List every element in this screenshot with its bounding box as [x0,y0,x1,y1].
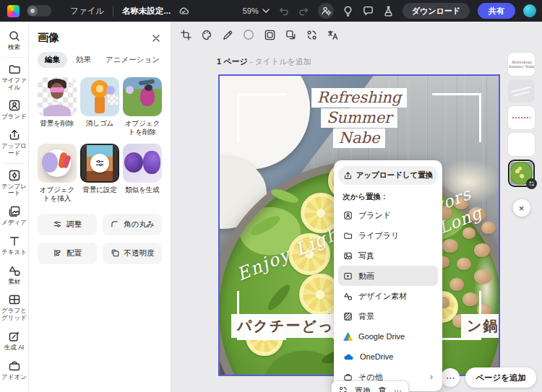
replace-swap-icon[interactable] [338,386,348,392]
opacity-button[interactable]: 不透明度 [103,243,162,264]
sidebar-item-brand[interactable]: ブランド [0,95,29,125]
insert-object-thumbnail [38,144,77,183]
template-icon [8,169,21,182]
sidebar-item-label: アドオン [1,374,28,381]
tool-insert-object[interactable]: オブジェクトを挿入 [38,144,77,203]
trash-icon[interactable] [377,386,387,392]
add-page-button[interactable]: ページを追加 [465,367,536,388]
menu-item-onedrive[interactable]: OneDrive [338,347,438,367]
tool-remove-background[interactable]: 背景を削除 [38,77,77,136]
undo-icon[interactable] [278,5,290,17]
page-label[interactable]: 1 ページ - タイトルを追加 [217,56,311,67]
sidebar-item-label: 生成 AI [1,344,28,352]
express-logo-icon[interactable] [7,5,20,17]
panel-buttons: 調整 角の丸み 配置 不透明度 [38,214,162,264]
upload-icon [8,129,21,141]
google-drive-icon [343,332,353,341]
close-icon: × [519,203,525,214]
sidebar-item-templates[interactable]: テンプレート [0,165,29,202]
generate-similar-thumbnail [123,144,162,183]
caption-left[interactable]: パクチーどっ [231,314,340,338]
menu-item-background[interactable]: 背景 [338,306,438,326]
sidebar-item-addons[interactable]: アドオン [0,356,29,386]
menu-item-video[interactable]: 動画 [338,266,438,286]
tool-label: 消しゴム [86,119,114,128]
menu-item-photos[interactable]: 写真 [338,245,438,266]
toggle-dot-icon [30,9,35,13]
sidebar-item-elements[interactable]: 素材 [0,261,29,290]
thumbnail-caption-text[interactable] [508,106,535,129]
sidebar-item-media[interactable]: メディア [0,201,29,231]
sidebar-item-upload[interactable]: アップロード [0,125,29,162]
sidebar-item-charts-grids[interactable]: グラフとグリッド [0,289,29,326]
redo-icon[interactable] [298,5,310,17]
caption-right[interactable]: ン鍋 [461,314,499,338]
home-toggle[interactable] [27,5,51,17]
translate-icon[interactable] [325,27,340,42]
tab-animation[interactable]: アニメーション [100,52,165,68]
sidebar-item-generative-ai[interactable]: 生成 AI [0,326,29,356]
search-icon [8,30,21,43]
crop-icon[interactable] [178,27,193,42]
thumbnail-photo-selected[interactable] [508,160,535,187]
more-options-button[interactable]: ⋯ [441,368,460,387]
thumbnail-blank[interactable] [508,133,535,156]
page-title-placeholder: タイトルを追加 [255,57,311,66]
tool-eraser[interactable]: 消しゴム [80,77,119,136]
presence-settings-button[interactable] [318,3,334,19]
file-menu[interactable]: ファイル [70,6,104,17]
deselect-button[interactable]: × [513,199,530,217]
sidebar-item-label: メディア [1,219,28,227]
brand-icon [343,211,353,220]
sidebar-item-search[interactable]: 検索 [0,26,29,56]
thumbnail-title-text[interactable]: Refreshing Summer Nabe [508,53,535,76]
tab-edit[interactable]: 編集 [38,52,67,68]
replace-swap-icon[interactable] [304,27,319,42]
more-icon[interactable]: ⋯ [394,386,402,392]
adjust-button[interactable]: 調整 [38,214,97,235]
corner-radius-button[interactable]: 角の丸み [103,214,162,235]
title-line: Refreshing [311,88,407,108]
tab-effects[interactable]: 効果 [70,52,97,68]
set-background-thumbnail [80,144,119,183]
divider [4,163,25,164]
circle-shape-icon[interactable] [241,27,256,42]
share-button[interactable]: 共有 [478,3,515,19]
tips-lightbulb-icon[interactable] [342,5,354,17]
title-line: Summer [321,108,397,128]
thumbnail-script-text[interactable] [508,79,535,103]
close-icon[interactable] [150,32,162,44]
element-thumbnail-rail: Refreshing Summer Nabe × [508,53,535,217]
sidebar-item-my-files[interactable]: マイファイル [0,59,29,96]
tool-remove-object[interactable]: オブジェクトを削除 [123,77,162,136]
sidebar-item-text[interactable]: テキスト [0,231,29,261]
menu-item-library[interactable]: ライブラリ [338,225,438,245]
avatar[interactable] [523,4,536,17]
page-controls: ⋯ ページを追加 [441,367,536,388]
zoom-control[interactable]: 59% [243,6,270,15]
tool-generate-similar[interactable]: 類似を生成 [123,144,162,203]
tool-set-as-background[interactable]: 背景に設定 [80,144,119,203]
remove-object-thumbnail [123,77,162,116]
cloud-sync-icon[interactable] [178,5,189,17]
marker-icon[interactable] [220,27,235,42]
arrange-button[interactable]: 配置 [38,243,97,264]
download-button[interactable]: ダウンロード [403,3,470,19]
frame-icon[interactable] [262,27,277,42]
beta-flask-icon[interactable] [382,5,395,17]
folder-icon [343,231,353,240]
design-title[interactable]: Refreshing Summer Nabe [220,87,499,149]
menu-item-design-elements[interactable]: デザイン素材 [338,286,438,306]
upload-replace-button[interactable]: アップロードして置換 [338,166,438,185]
sliders-icon [53,219,62,229]
replace-label[interactable]: 置換 [355,386,371,392]
document-title[interactable]: 名称未設定... [122,6,171,17]
menu-item-brand[interactable]: ブランド [338,205,438,225]
eraser-thumbnail [80,77,119,116]
chevron-down-icon [262,9,270,13]
duplicate-icon[interactable] [283,27,298,42]
palette-icon[interactable] [199,27,214,42]
tool-label: 背景に設定 [82,186,117,194]
comment-icon[interactable] [362,5,374,17]
menu-item-google-drive[interactable]: Google Drive [338,326,438,347]
